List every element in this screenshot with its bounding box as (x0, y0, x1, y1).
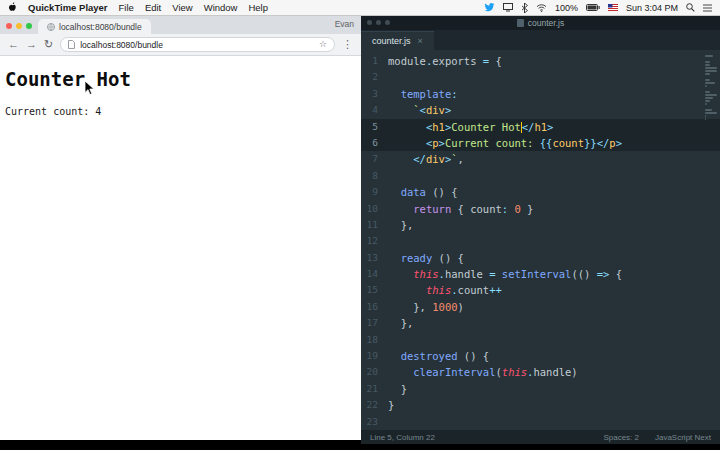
line-number: 6 (361, 135, 388, 151)
line-number: 2 (361, 69, 388, 85)
cursor-position[interactable]: Line 5, Column 22 (370, 433, 435, 442)
input-source-flag-icon[interactable] (608, 4, 618, 11)
code-line[interactable]: 3 template: (361, 86, 720, 102)
menu-bar-clock[interactable]: Sun 3:04 PM (626, 3, 678, 13)
code-line[interactable]: 21 } (361, 381, 720, 397)
browser-menu-button[interactable]: ⋮ (342, 39, 353, 50)
code-line[interactable]: 15 this.count++ (361, 282, 720, 298)
code-line[interactable]: 17 }, (361, 315, 720, 331)
minimize-window-button[interactable] (16, 23, 22, 29)
minimize-window-button[interactable] (376, 20, 381, 25)
back-button[interactable]: ← (8, 39, 19, 50)
app-menu-title[interactable]: QuickTime Player (28, 2, 108, 13)
code-line[interactable]: 2 (361, 69, 720, 85)
code-line[interactable]: 1module.exports = { (361, 53, 720, 69)
line-number: 5 (361, 119, 388, 135)
line-number: 16 (361, 299, 388, 315)
menu-view[interactable]: View (172, 2, 192, 13)
code-line[interactable]: 13 ready () { (361, 250, 720, 266)
close-window-button[interactable] (6, 23, 12, 29)
screen: QuickTime Player File Edit View Window H… (0, 0, 720, 450)
code-line[interactable]: 6 <p>Current count: {{count}}</p> (361, 135, 720, 151)
menu-help[interactable]: Help (248, 2, 268, 13)
web-page-content: Counter Hot Current count: 4 (0, 56, 361, 440)
address-bar[interactable]: localhost:8080/bundle ☆ (60, 37, 335, 52)
code-line[interactable]: 20 clearInterval(this.handle) (361, 364, 720, 380)
forward-button[interactable]: → (26, 39, 37, 50)
browser-profile-name[interactable]: Evan (335, 19, 354, 29)
editor-title-bar[interactable]: counter.js (361, 16, 720, 30)
zoom-window-button[interactable] (26, 23, 32, 29)
line-number: 8 (361, 168, 388, 184)
code-line[interactable]: 14 this.handle = setInterval(() => { (361, 266, 720, 282)
code-line[interactable]: 5 <h1>Counter Hot</h1> (361, 119, 720, 135)
zoom-window-button[interactable] (385, 20, 390, 25)
bluetooth-icon[interactable] (521, 3, 528, 13)
bookmark-star-icon[interactable]: ☆ (319, 40, 327, 49)
page-doc-icon (68, 40, 75, 49)
code-area[interactable]: 1module.exports = {23 template:4 `<div>5… (361, 53, 720, 430)
line-number: 9 (361, 184, 388, 200)
line-number: 13 (361, 250, 388, 266)
code-line[interactable]: 12 (361, 233, 720, 249)
spotlight-icon[interactable] (686, 3, 695, 12)
line-number: 10 (361, 201, 388, 217)
browser-toolbar: ← → ↻ localhost:8080/bundle ☆ ⋮ (0, 34, 361, 56)
notification-center-icon[interactable] (703, 4, 712, 12)
line-number: 12 (361, 233, 388, 249)
code-line[interactable]: 4 `<div> (361, 102, 720, 118)
page-count-text: Current count: 4 (5, 106, 356, 117)
code-line[interactable]: 22} (361, 397, 720, 413)
file-icon (517, 19, 524, 27)
code-line[interactable]: 7 </div>`, (361, 151, 720, 167)
code-line[interactable]: 10 return { count: 0 } (361, 201, 720, 217)
close-window-button[interactable] (367, 20, 372, 25)
browser-tab-title: localhost:8080/bundle (59, 22, 142, 32)
code-line[interactable]: 11 }, (361, 217, 720, 233)
line-number: 15 (361, 282, 388, 298)
code-editor[interactable]: 1module.exports = {23 template:4 `<div>5… (361, 50, 720, 430)
editor-traffic-lights[interactable] (367, 20, 390, 25)
twitter-bird-icon[interactable] (484, 3, 495, 12)
code-line[interactable]: 18 (361, 332, 720, 348)
line-number: 17 (361, 315, 388, 331)
editor-window: counter.js counter.js × 1module.exports … (361, 16, 720, 444)
code-line[interactable]: 8 (361, 168, 720, 184)
tab-close-icon[interactable]: × (418, 36, 423, 46)
line-number: 18 (361, 332, 388, 348)
line-number: 3 (361, 86, 388, 102)
code-line[interactable]: 16 }, 1000) (361, 299, 720, 315)
line-number: 7 (361, 151, 388, 167)
syntax-mode[interactable]: JavaScript Next (655, 433, 711, 442)
editor-tab-title: counter.js (372, 36, 411, 46)
battery-percent: 100% (555, 3, 578, 13)
battery-icon[interactable] (586, 4, 600, 11)
page-heading: Counter Hot (5, 68, 356, 90)
code-line[interactable]: 23 (361, 414, 720, 430)
line-number: 22 (361, 397, 388, 413)
refresh-button[interactable]: ↻ (44, 39, 53, 50)
menu-bar: QuickTime Player File Edit View Window H… (0, 0, 720, 16)
menu-file[interactable]: File (119, 2, 134, 13)
line-number: 11 (361, 217, 388, 233)
wifi-icon[interactable] (536, 4, 547, 12)
url-text[interactable]: localhost:8080/bundle (80, 40, 314, 50)
editor-tab[interactable]: counter.js × (361, 31, 434, 50)
apple-menu-icon[interactable] (8, 2, 17, 13)
code-line[interactable]: 19 destroyed () { (361, 348, 720, 364)
indent-setting[interactable]: Spaces: 2 (603, 433, 639, 442)
line-number: 14 (361, 266, 388, 282)
menu-edit[interactable]: Edit (145, 2, 161, 13)
line-number: 4 (361, 102, 388, 118)
menu-window[interactable]: Window (204, 2, 238, 13)
editor-status-bar: Line 5, Column 22 Spaces: 2 JavaScript N… (361, 430, 720, 444)
minimap[interactable] (704, 54, 719, 430)
line-number: 23 (361, 414, 388, 430)
browser-tab[interactable]: localhost:8080/bundle (38, 19, 151, 34)
code-line[interactable]: 9 data () { (361, 184, 720, 200)
favicon-icon (47, 23, 55, 31)
editor-tab-bar: counter.js × (361, 30, 720, 50)
browser-tab-strip: localhost:8080/bundle Evan (0, 16, 361, 34)
browser-traffic-lights[interactable] (6, 23, 32, 29)
display-icon[interactable] (503, 3, 513, 12)
